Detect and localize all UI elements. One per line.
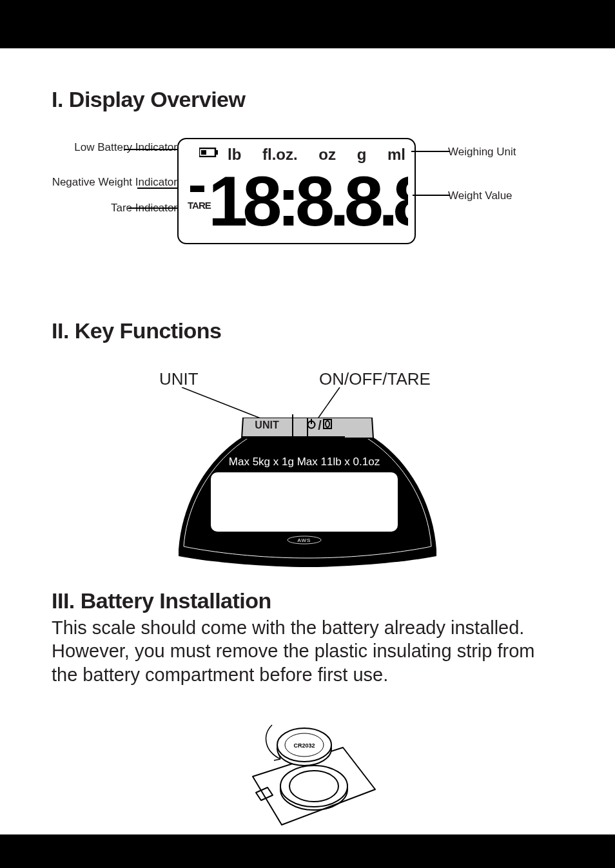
svg-point-10 — [326, 421, 329, 427]
header-bar — [0, 0, 615, 48]
svg-rect-8 — [311, 419, 312, 424]
svg-text:AWS: AWS — [298, 537, 311, 543]
label-weight-value: Weight Value — [448, 189, 512, 202]
label-low-battery: Low Battery Indicator — [74, 142, 177, 153]
unit-button[interactable]: UNIT — [242, 414, 293, 438]
key-label-unit: UNIT — [159, 369, 199, 389]
minus-icon — [190, 186, 204, 192]
coin-cell-label: CR2032 — [293, 742, 315, 749]
battery-body-text: This scale should come with the battery … — [52, 616, 563, 686]
svg-rect-1 — [215, 150, 218, 155]
key-functions-figure: UNIT ON/OFF/TARE UNIT / — [146, 369, 469, 569]
svg-point-14 — [280, 766, 347, 807]
scale-lcd-window — [211, 472, 398, 532]
svg-rect-2 — [201, 150, 206, 155]
power-tare-button[interactable]: / — [293, 414, 345, 438]
lcd-screen: lb fl.oz. oz g ml TARE 18:8.8.8 — [177, 138, 416, 244]
tare-indicator: TARE — [188, 200, 211, 211]
tare-zero-icon — [323, 419, 332, 432]
key-label-onofftare: ON/OFF/TARE — [319, 369, 431, 389]
label-negative-weight: Negative Weight Indicator — [52, 177, 177, 188]
label-weighing-unit: Weighing Unit — [448, 146, 516, 159]
section-3-heading: III. Battery Installation — [52, 588, 563, 613]
section-1-heading: I. Display Overview — [52, 87, 563, 112]
section-2-heading: II. Key Functions — [52, 318, 563, 343]
capacity-text: Max 5kg x 1g Max 11lb x 0.1oz — [208, 456, 401, 468]
brand-logo: AWS — [287, 535, 322, 545]
digit-display: 18:8.8.8 — [208, 161, 408, 255]
battery-install-figure: CR2032 — [211, 699, 404, 834]
footer-bar — [0, 834, 615, 868]
power-icon — [306, 419, 317, 432]
display-overview-figure: Low Battery Indicator Negative Weight In… — [52, 138, 561, 280]
page-content: I. Display Overview Low Battery Indicato… — [0, 48, 615, 834]
battery-icon — [199, 148, 219, 160]
svg-text:18:8.8.8: 18:8.8.8 — [208, 161, 408, 238]
